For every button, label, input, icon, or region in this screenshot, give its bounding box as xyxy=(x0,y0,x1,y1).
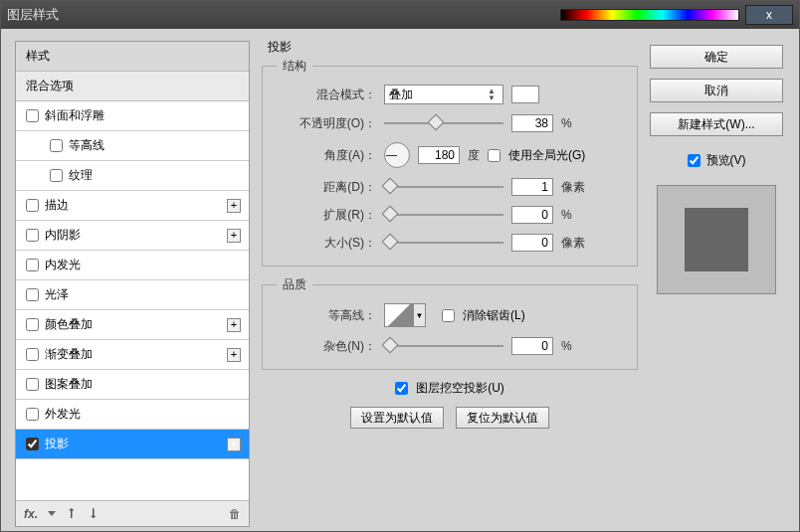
contour-preview[interactable] xyxy=(384,303,414,327)
inner-glow-checkbox[interactable] xyxy=(26,259,39,271)
new-style-button[interactable]: 新建样式(W)... xyxy=(650,112,783,136)
contour-dropdown-icon[interactable]: ▼ xyxy=(414,303,426,327)
trash-icon[interactable]: 🗑 xyxy=(229,507,241,521)
row-distance: 距离(D)： 像素 xyxy=(277,178,623,196)
item-inner-shadow[interactable]: 内阴影 + xyxy=(16,221,249,251)
texture-checkbox[interactable] xyxy=(50,169,63,182)
window-title: 图层样式 xyxy=(7,6,59,24)
distance-slider[interactable] xyxy=(384,180,503,194)
gradient-overlay-checkbox[interactable] xyxy=(26,348,39,361)
blend-mode-select[interactable]: 叠加 ▲▼ xyxy=(384,85,503,104)
pattern-overlay-checkbox[interactable] xyxy=(26,378,39,391)
contour-checkbox[interactable] xyxy=(50,139,63,152)
down-icon[interactable]: 🠗 xyxy=(88,507,100,521)
row-knockout: 图层挖空投影(U) xyxy=(262,380,638,397)
item-inner-glow[interactable]: 内发光 xyxy=(16,251,249,280)
item-label: 描边 xyxy=(45,197,69,214)
knockout-label: 图层挖空投影(U) xyxy=(416,380,504,397)
stroke-checkbox[interactable] xyxy=(26,199,39,212)
knockout-checkbox[interactable] xyxy=(395,382,408,395)
distance-unit: 像素 xyxy=(561,179,585,196)
opacity-label: 不透明度(O)： xyxy=(277,115,376,132)
item-label: 等高线 xyxy=(69,137,104,154)
row-contour: 等高线： ▼ 消除锯齿(L) xyxy=(277,303,623,327)
color-swatch[interactable] xyxy=(511,86,539,103)
preview-box xyxy=(657,185,776,294)
row-size: 大小(S)： 像素 xyxy=(277,234,623,252)
size-unit: 像素 xyxy=(561,235,585,252)
item-label: 内阴影 xyxy=(45,227,81,244)
ok-button[interactable]: 确定 xyxy=(650,45,783,69)
item-texture[interactable]: 纹理 xyxy=(16,161,249,191)
item-gradient-overlay[interactable]: 渐变叠加 + xyxy=(16,340,249,370)
opacity-input[interactable] xyxy=(511,114,553,132)
close-button[interactable]: x xyxy=(745,5,793,25)
drop-shadow-checkbox[interactable] xyxy=(26,438,39,450)
item-satin[interactable]: 光泽 xyxy=(16,280,249,310)
color-overlay-checkbox[interactable] xyxy=(26,318,39,331)
noise-unit: % xyxy=(561,339,572,353)
add-icon[interactable]: + xyxy=(227,318,241,332)
styles-list: 样式 混合选项 斜面和浮雕 等高线 纹理 描边 + 内阴影 xyxy=(15,41,250,527)
set-default-button[interactable]: 设置为默认值 xyxy=(350,407,444,429)
structure-legend: 结构 xyxy=(277,58,312,75)
size-input[interactable] xyxy=(511,234,553,252)
blend-mode-value: 叠加 xyxy=(389,87,413,103)
global-light-label: 使用全局光(G) xyxy=(508,147,585,164)
spread-input[interactable] xyxy=(511,206,553,224)
add-icon[interactable]: + xyxy=(227,199,241,213)
noise-slider[interactable] xyxy=(384,339,503,353)
blend-options-header[interactable]: 混合选项 xyxy=(16,72,249,101)
spread-unit: % xyxy=(561,208,572,222)
outer-glow-checkbox[interactable] xyxy=(26,408,39,421)
noise-input[interactable] xyxy=(511,337,553,355)
up-icon[interactable]: 🠕 xyxy=(66,507,78,521)
item-label: 内发光 xyxy=(45,257,81,273)
item-contour[interactable]: 等高线 xyxy=(16,131,249,161)
angle-dial[interactable] xyxy=(384,142,410,168)
contour-label: 等高线： xyxy=(277,307,376,324)
fx-icon[interactable]: fx. xyxy=(24,507,38,521)
add-icon[interactable]: + xyxy=(227,229,241,243)
inner-shadow-checkbox[interactable] xyxy=(26,229,39,242)
angle-unit: 度 xyxy=(468,147,480,164)
titlebar[interactable]: 图层样式 x xyxy=(1,1,799,29)
action-panel: 确定 取消 新建样式(W)... 预览(V) xyxy=(650,29,799,531)
distance-input[interactable] xyxy=(511,178,553,196)
item-pattern-overlay[interactable]: 图案叠加 xyxy=(16,370,249,400)
options-panel: 投影 结构 混合模式： 叠加 ▲▼ 不透明度(O)： % xyxy=(250,29,650,531)
spread-slider[interactable] xyxy=(384,208,503,222)
global-light-checkbox[interactable] xyxy=(488,149,500,162)
row-spread: 扩展(R)： % xyxy=(277,206,623,224)
anti-alias-checkbox[interactable] xyxy=(442,309,455,322)
opacity-slider[interactable] xyxy=(384,116,503,130)
add-icon[interactable]: + xyxy=(227,348,241,362)
fx-menu-icon[interactable] xyxy=(48,511,56,516)
cancel-button[interactable]: 取消 xyxy=(650,79,783,102)
opacity-unit: % xyxy=(561,116,572,130)
bevel-checkbox[interactable] xyxy=(26,109,39,122)
styles-header[interactable]: 样式 xyxy=(16,42,249,72)
item-label: 颜色叠加 xyxy=(45,316,93,333)
angle-label: 角度(A)： xyxy=(277,147,376,164)
reset-default-button[interactable]: 复位为默认值 xyxy=(456,407,549,429)
item-drop-shadow[interactable]: 投影 + xyxy=(16,430,249,459)
row-opacity: 不透明度(O)： % xyxy=(277,114,623,132)
item-label: 投影 xyxy=(45,436,69,452)
item-stroke[interactable]: 描边 + xyxy=(16,191,249,221)
item-label: 纹理 xyxy=(69,167,93,184)
item-label: 光泽 xyxy=(45,286,69,303)
item-color-overlay[interactable]: 颜色叠加 + xyxy=(16,310,249,340)
row-angle: 角度(A)： 度 使用全局光(G) xyxy=(277,142,623,168)
satin-checkbox[interactable] xyxy=(26,288,39,301)
preview-label: 预览(V) xyxy=(706,152,746,169)
angle-input[interactable] xyxy=(418,146,460,164)
preview-checkbox[interactable] xyxy=(688,154,700,167)
size-slider[interactable] xyxy=(384,236,503,250)
item-bevel-emboss[interactable]: 斜面和浮雕 xyxy=(16,101,249,131)
size-label: 大小(S)： xyxy=(277,235,376,252)
item-outer-glow[interactable]: 外发光 xyxy=(16,400,249,430)
noise-label: 杂色(N)： xyxy=(277,338,376,355)
section-title: 投影 xyxy=(268,39,638,56)
add-icon[interactable]: + xyxy=(227,438,241,451)
